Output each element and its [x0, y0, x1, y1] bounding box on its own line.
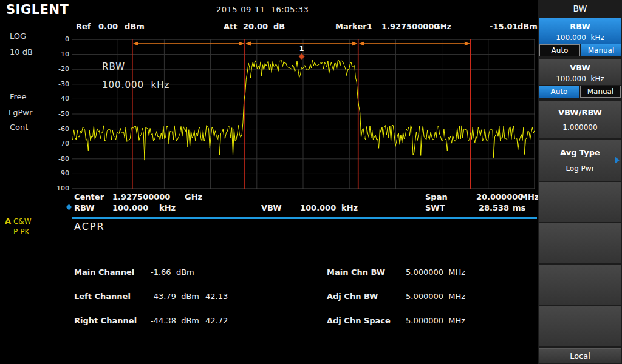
menu-title: BW — [538, 4, 622, 13]
rbw-key-label: RBW — [539, 22, 621, 31]
span-unit: MHz — [520, 192, 539, 201]
y-tick: -20 — [47, 65, 69, 73]
acpr-rlabel: Adj Chn BW — [327, 292, 378, 301]
marker-ampl: -15.01 — [490, 22, 518, 31]
y-tick: -30 — [47, 80, 69, 88]
marker-ampl-unit: dBm — [518, 22, 538, 31]
spectrum-plot: 1 RBW 100.000 kHz — [72, 39, 535, 189]
section-divider — [72, 217, 537, 219]
left-label-cont: Cont — [10, 123, 28, 132]
rbw-auto-button[interactable]: Auto — [539, 44, 580, 56]
y-tick: -10 — [47, 50, 69, 58]
acpr-extra: 42.13 — [205, 292, 228, 301]
y-tick: -50 — [47, 110, 69, 118]
swt-label: SWT — [425, 203, 445, 212]
rbw-auto-manual-toggle: Auto Manual — [539, 44, 621, 56]
att-value: 20.00 — [243, 22, 268, 31]
marker-freq: 1.927500000 — [381, 22, 439, 31]
y-tick: -90 — [47, 169, 69, 177]
y-tick: -100 — [47, 184, 69, 192]
y-tick: -80 — [47, 155, 69, 163]
instrument-screen: SIGLENT 2015-09-11 16:05:33 LOG 10 dB Fr… — [0, 0, 622, 364]
acpr-rlabel: Adj Chn Space — [327, 316, 391, 325]
vbw-key-value: 100.000 kHz — [539, 75, 621, 83]
acpr-title: ACPR — [74, 221, 105, 232]
acpr-extra: 42.72 — [205, 316, 228, 325]
acpr-value: -44.38 dBm — [151, 316, 199, 325]
trace-letter: A — [5, 217, 11, 226]
rbw-overlay-value: 100.000 kHz — [102, 79, 169, 90]
acpr-row-left: Left Channel -43.79 dBm 42.13 Adj Chn BW… — [0, 292, 547, 303]
y-tick: 0 — [47, 35, 69, 43]
left-label-free: Free — [10, 92, 27, 101]
softkey-vbw[interactable]: VBW 100.000 kHz — [539, 59, 621, 85]
rbw-key-value: 100.000 kHz — [539, 33, 621, 42]
acpr-value: -43.79 dBm — [151, 292, 199, 301]
softkey-vbw-rbw-ratio[interactable]: VBW/RBW 1.000000 — [539, 101, 621, 138]
vbw-value: 100.000 — [300, 203, 336, 212]
vbw-unit: kHz — [341, 203, 358, 212]
acpr-rvalue: 5.000000 MHz — [406, 316, 465, 325]
center-value: 1.927500000 — [112, 192, 170, 201]
att-label: Att — [224, 22, 238, 31]
softkey-blank-4 — [539, 306, 621, 346]
datetime: 2015-09-11 16:05:33 — [216, 5, 309, 14]
ref-label: Ref — [76, 22, 91, 31]
avg-key-label: Avg Type — [539, 148, 621, 157]
acpr-row-right: Right Channel -44.38 dBm 42.72 Adj Chn S… — [0, 316, 547, 327]
center-unit: GHz — [185, 192, 202, 201]
rbw-value: 100.000 — [112, 203, 148, 212]
vbw-label: VBW — [261, 203, 282, 212]
acpr-value: -1.66 dBm — [151, 268, 194, 277]
ratio-key-label: VBW/RBW — [539, 108, 621, 117]
avg-key-value: Log Pwr — [539, 164, 621, 173]
swt-unit: ms — [513, 203, 525, 212]
rbw-label: RBW — [74, 203, 95, 212]
trace-mode: C&W — [13, 217, 32, 226]
acpr-label: Main Channel — [74, 268, 134, 277]
marker-label: Marker1 — [335, 22, 372, 31]
softkey-blank-3 — [539, 265, 621, 305]
rbw-marker-icon — [66, 204, 72, 211]
softkey-avg-type[interactable]: Avg Type Log Pwr — [539, 140, 621, 181]
softkey-menu: BW RBW 100.000 kHz Auto Manual VBW 100.0… — [538, 0, 622, 364]
acpr-label: Left Channel — [74, 292, 131, 301]
rbw-manual-button[interactable]: Manual — [581, 44, 621, 56]
vbw-manual-button[interactable]: Manual — [580, 86, 621, 98]
y-tick: -60 — [47, 125, 69, 133]
acpr-label: Right Channel — [74, 316, 137, 325]
acpr-rvalue: 5.000000 MHz — [406, 292, 465, 301]
submenu-arrow-icon — [615, 157, 620, 164]
acpr-row-main: Main Channel -1.66 dBm Main Chn BW 5.000… — [0, 268, 547, 278]
left-label-log: LOG — [10, 32, 26, 41]
rbw-unit: kHz — [159, 203, 176, 212]
ref-value: 0.00 — [98, 22, 118, 31]
brand-logo: SIGLENT — [6, 2, 69, 17]
ref-unit: dBm — [125, 22, 145, 31]
att-unit: dB — [273, 22, 285, 31]
spectrum-trace-canvas: 1 — [72, 39, 535, 189]
softkey-blank-2 — [539, 223, 621, 263]
acpr-rlabel: Main Chn BW — [327, 268, 385, 277]
center-label: Center — [74, 192, 104, 201]
local-button[interactable]: Local — [539, 348, 621, 363]
swt-value: 28.538 — [479, 203, 509, 212]
acpr-rvalue: 5.000000 MHz — [406, 268, 465, 277]
rbw-overlay-label: RBW — [102, 61, 125, 72]
softkey-rbw[interactable]: RBW 100.000 kHz — [539, 18, 621, 44]
left-label-lgpwr: LgPwr — [9, 108, 32, 117]
y-tick: -70 — [47, 140, 69, 147]
left-label-scale: 10 dB — [10, 47, 33, 56]
y-tick: -40 — [47, 95, 69, 103]
span-value: 20.000000 — [476, 192, 523, 201]
detector-label: P-PK — [13, 228, 29, 236]
marker-freq-unit: GHz — [434, 22, 451, 31]
ratio-key-value: 1.000000 — [539, 123, 621, 132]
vbw-key-label: VBW — [539, 63, 621, 72]
vbw-auto-button[interactable]: Auto — [539, 86, 579, 98]
svg-text:1: 1 — [299, 45, 304, 53]
softkey-blank-1 — [539, 182, 621, 222]
trace-indicator: A C&W — [5, 217, 32, 226]
vbw-auto-manual-toggle: Auto Manual — [539, 86, 621, 98]
span-label: Span — [425, 192, 448, 201]
